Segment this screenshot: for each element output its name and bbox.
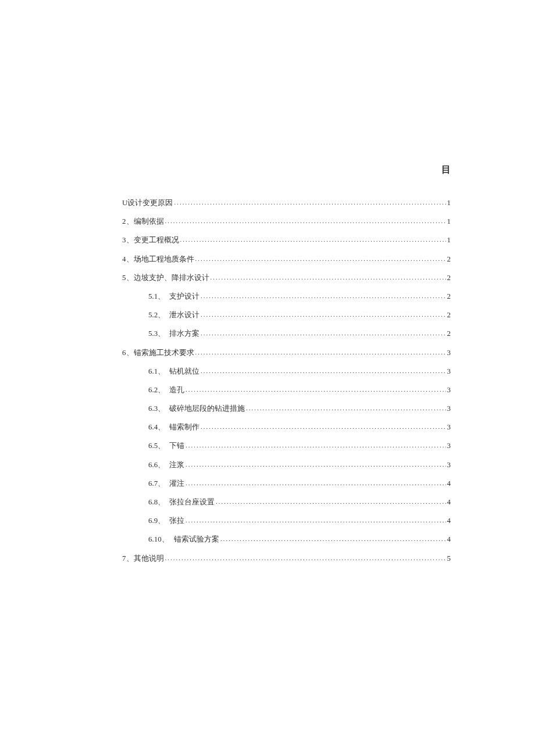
toc-num: 5、	[122, 273, 134, 283]
toc-sub-num: 6.1、	[148, 366, 169, 377]
toc-title: 排水方案	[169, 328, 199, 339]
toc-title: 场地工程地质条件	[134, 254, 194, 264]
toc-sub-entry: 5.2、 泄水设计 2	[122, 310, 451, 320]
toc-num: 4、	[122, 254, 134, 264]
toc-page: 4	[447, 515, 451, 526]
toc-dots	[216, 497, 446, 506]
toc-dots	[165, 554, 446, 562]
toc-entry: 5、 边坡支护、降排水设计 2	[122, 273, 451, 283]
toc-dots	[201, 292, 446, 300]
toc-sub-entry: 6.4、 锚索制作 3	[122, 422, 451, 432]
toc-title: 设计变更原因	[127, 198, 173, 208]
toc-sub-entry: 6.8、 张拉台座设置 4	[122, 497, 451, 507]
toc-dots	[246, 404, 446, 413]
toc-dots	[220, 535, 446, 543]
toc-sub-num: 6.9、	[148, 515, 169, 526]
toc-sub-num: 6.8、	[148, 497, 169, 507]
toc-page: 1	[447, 198, 451, 208]
toc-entry: 4、 场地工程地质条件 2	[122, 254, 451, 264]
toc-title: 其他说明	[134, 553, 164, 564]
toc-sub-entry: 6.1、 钻机就位 3	[122, 366, 451, 377]
toc-page: 3	[447, 366, 451, 377]
toc-num: 2、	[122, 216, 134, 227]
toc-dots	[186, 441, 446, 450]
toc-num: 7、	[122, 553, 134, 564]
toc-page: 2	[447, 254, 451, 264]
toc-page: 4	[447, 478, 451, 489]
toc-title: 破碎地层段的钻进措施	[169, 403, 245, 414]
toc-dots	[211, 273, 446, 282]
toc-sub-entry: 6.7、 灌注 4	[122, 478, 451, 489]
toc-page: 1	[447, 216, 451, 227]
toc-sub-num: 6.2、	[148, 385, 169, 395]
toc-dots	[195, 348, 446, 357]
toc-dots	[180, 235, 446, 244]
toc-dots	[201, 422, 446, 431]
toc-entry: U 设计变更原因 1	[122, 198, 451, 208]
toc-title: 边坡支护、降排水设计	[134, 273, 209, 283]
toc-title: 变更工程概况	[134, 235, 179, 245]
toc-sub-entry: 6.3、 破碎地层段的钻进措施 3	[122, 403, 451, 414]
toc-dots	[195, 255, 446, 263]
toc-dots	[201, 329, 446, 338]
toc-page: 4	[447, 497, 451, 507]
toc-page: 4	[447, 534, 451, 544]
toc-list: U 设计变更原因 1 2、 编制依据 1 3、 变更工程概况 1 4、 场地工程…	[122, 198, 451, 564]
toc-sub-entry: 6.9、 张拉 4	[122, 515, 451, 526]
toc-title: 锚索制作	[169, 422, 199, 432]
toc-num: 6、	[122, 347, 134, 358]
toc-dots	[186, 460, 446, 469]
toc-page: 3	[447, 460, 451, 470]
toc-page: 2	[447, 291, 451, 302]
toc-title: 编制依据	[134, 216, 164, 227]
toc-sub-num: 5.1、	[148, 291, 169, 302]
toc-dots	[186, 385, 446, 394]
toc-sub-num: 5.3、	[148, 328, 169, 339]
toc-sub-entry: 6.2、 造孔 3	[122, 385, 451, 395]
toc-num: U	[122, 198, 127, 208]
toc-dots	[201, 310, 446, 319]
toc-sub-num: 6.5、	[148, 440, 169, 451]
toc-title: 张拉台座设置	[169, 497, 215, 507]
toc-page: 1	[447, 235, 451, 245]
toc-sub-num: 6.7、	[148, 478, 169, 489]
toc-entry: 6、 锚索施工技术要求 3	[122, 347, 451, 358]
toc-page: 5	[447, 553, 451, 564]
toc-header: 目	[441, 164, 451, 176]
toc-sub-num: 6.6、	[148, 460, 169, 470]
toc-dots	[201, 367, 446, 375]
toc-sub-entry: 5.3、 排水方案 2	[122, 328, 451, 339]
toc-sub-entry: 5.1、 支护设计 2	[122, 291, 451, 302]
toc-sub-entry: 6.5、 下锚 3	[122, 440, 451, 451]
toc-title: 下锚	[169, 440, 184, 451]
page-content: U 设计变更原因 1 2、 编制依据 1 3、 变更工程概况 1 4、 场地工程…	[0, 0, 535, 564]
toc-page: 3	[447, 422, 451, 432]
toc-dots	[174, 198, 445, 207]
toc-page: 3	[447, 347, 451, 358]
toc-title: 张拉	[169, 515, 184, 526]
toc-page: 2	[447, 273, 451, 283]
toc-entry: 7、 其他说明 5	[122, 553, 451, 564]
toc-page: 2	[447, 328, 451, 339]
toc-dots	[186, 479, 446, 488]
toc-page: 3	[447, 403, 451, 414]
toc-title: 钻机就位	[169, 366, 199, 377]
toc-title: 支护设计	[169, 291, 199, 302]
toc-entry: 3、 变更工程概况 1	[122, 235, 451, 245]
toc-sub-num: 6.3、	[148, 403, 169, 414]
toc-sub-num: 6.10、	[148, 534, 174, 544]
toc-title: 注浆	[169, 460, 184, 470]
toc-title: 锚索施工技术要求	[134, 347, 194, 358]
toc-page: 2	[447, 310, 451, 320]
toc-num: 3、	[122, 235, 134, 245]
toc-sub-entry: 6.6、 注浆 3	[122, 460, 451, 470]
toc-title: 造孔	[169, 385, 184, 395]
toc-dots	[165, 217, 446, 225]
toc-page: 3	[447, 440, 451, 451]
toc-page: 3	[447, 385, 451, 395]
toc-sub-num: 6.4、	[148, 422, 169, 432]
toc-title: 泄水设计	[169, 310, 199, 320]
toc-sub-num: 5.2、	[148, 310, 169, 320]
toc-title: 锚索试验方案	[174, 534, 219, 544]
toc-entry: 2、 编制依据 1	[122, 216, 451, 227]
